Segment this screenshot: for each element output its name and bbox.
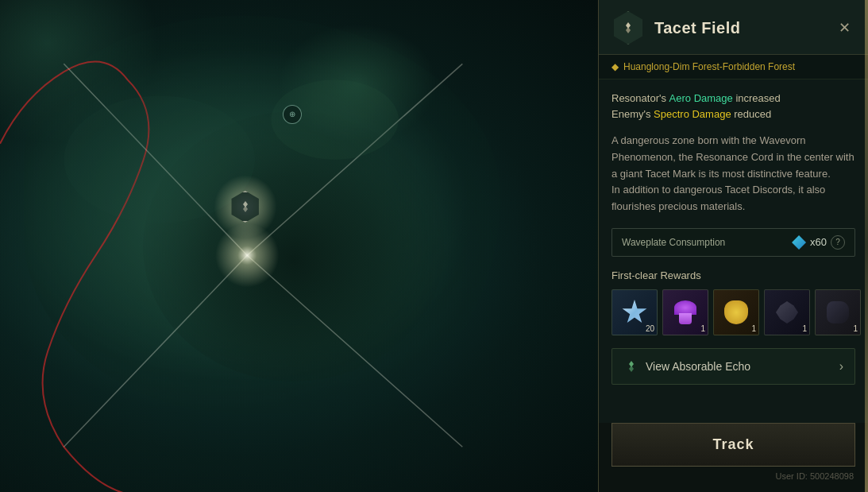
reward-item-mask: 1 bbox=[713, 289, 759, 335]
rewards-section-title: First-clear Rewards bbox=[611, 269, 855, 281]
map-area: ⊕ bbox=[0, 0, 598, 492]
dark-figure-shape-2 bbox=[827, 301, 849, 323]
absorb-icon bbox=[623, 358, 639, 374]
waveplate-number: x60 bbox=[810, 236, 827, 248]
info-panel: Tacet Field ✕ ◆ Huanglong-Dim Forest-For… bbox=[598, 0, 868, 492]
resonator-marker-icon: ⊕ bbox=[283, 105, 302, 124]
effect-suffix-1: increased bbox=[733, 92, 781, 104]
effect-description: Resonator's Aero Damage increased Enemy'… bbox=[611, 91, 855, 122]
resonator-marker: ⊕ bbox=[281, 103, 303, 126]
golden-mask-shape bbox=[724, 300, 748, 324]
track-button[interactable]: Track bbox=[611, 423, 855, 467]
reward-dark1-count: 1 bbox=[802, 324, 807, 333]
location-text: Huanglong-Dim Forest-Forbidden Forest bbox=[623, 61, 795, 72]
reward-item-dark1: 1 bbox=[764, 289, 810, 335]
rewards-grid: 20 1 1 1 bbox=[611, 289, 855, 335]
terrain-dark bbox=[143, 111, 445, 382]
waveplate-count-area: x60 ? bbox=[792, 235, 845, 250]
dark-figure-shape-1 bbox=[776, 301, 798, 323]
waveplate-consumption-box: Waveplate Consumption x60 ? bbox=[611, 228, 855, 257]
waveplate-label: Waveplate Consumption bbox=[622, 237, 725, 248]
spectro-damage-text: Spectro Damage bbox=[654, 108, 731, 120]
panel-title: Tacet Field bbox=[654, 19, 824, 37]
panel-content: Resonator's Aero Damage increased Enemy'… bbox=[599, 79, 868, 423]
waveplate-help-button[interactable]: ? bbox=[831, 235, 845, 250]
view-absorb-label: View Absorable Echo bbox=[646, 360, 750, 373]
reward-item-dark2: 1 bbox=[815, 289, 861, 335]
crystal-star-shape bbox=[622, 300, 647, 325]
effect-prefix-2: Enemy's bbox=[611, 108, 654, 120]
close-icon: ✕ bbox=[839, 19, 851, 37]
reward-crystal-count: 20 bbox=[646, 324, 654, 333]
reward-item-mushroom: 1 bbox=[662, 289, 708, 335]
waveplate-icon bbox=[792, 235, 806, 250]
chevron-right-icon: › bbox=[839, 359, 843, 374]
tacet-field-marker[interactable] bbox=[226, 187, 265, 227]
terrain-top-left bbox=[0, 0, 159, 143]
zone-description: A dangerous zone born with the Wavevorn … bbox=[611, 133, 855, 215]
view-absorable-echo-button[interactable]: View Absorable Echo › bbox=[611, 348, 855, 385]
aero-damage-text: Aero Damage bbox=[669, 92, 733, 104]
reward-mushroom-count: 1 bbox=[700, 324, 705, 333]
user-id-text: User ID: 500248098 bbox=[611, 471, 855, 481]
panel-header: Tacet Field ✕ bbox=[599, 0, 868, 55]
location-pin-icon: ◆ bbox=[611, 61, 619, 72]
location-bar: ◆ Huanglong-Dim Forest-Forbidden Forest bbox=[599, 55, 868, 79]
panel-footer: Track User ID: 500248098 bbox=[599, 423, 868, 492]
tacet-field-icon bbox=[611, 11, 645, 45]
effect-prefix-1: Resonator's bbox=[611, 92, 669, 104]
reward-dark2-count: 1 bbox=[853, 324, 858, 333]
purple-mushroom-shape bbox=[673, 300, 697, 324]
view-absorb-left: View Absorable Echo bbox=[623, 358, 750, 374]
effect-suffix-2: reduced bbox=[731, 108, 772, 120]
close-button[interactable]: ✕ bbox=[833, 17, 855, 39]
reward-item-crystal: 20 bbox=[611, 289, 658, 335]
reward-mask-count: 1 bbox=[751, 324, 756, 333]
